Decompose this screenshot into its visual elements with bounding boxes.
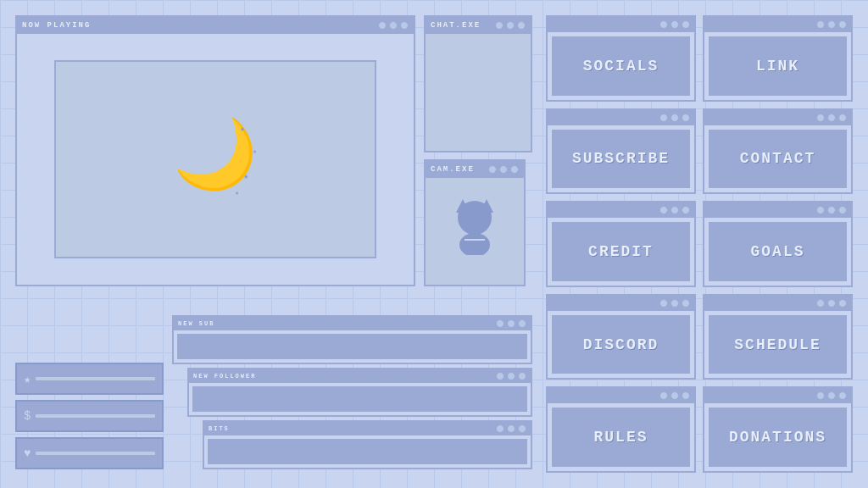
- cam-btn-3[interactable]: [510, 165, 519, 174]
- nav-btn-ctrl-3[interactable]: [682, 391, 690, 400]
- chat-btn-3[interactable]: [517, 21, 526, 30]
- cam-btn-2[interactable]: [499, 165, 508, 174]
- player-frame: 🌙 ★ ★ ★ ★: [54, 60, 377, 259]
- nav-button-subscribe-titlebar: [548, 110, 694, 125]
- notif-bits-title: BITS: [209, 425, 230, 432]
- nav-btn-ctrl-2[interactable]: [827, 391, 836, 400]
- notif-sub-content: [177, 334, 527, 359]
- svg-point-2: [458, 201, 492, 235]
- nav-button-rules[interactable]: RULES: [546, 386, 696, 473]
- notif-sub-title: NEW SUB: [178, 320, 214, 327]
- chat-body: [426, 34, 531, 151]
- nav-btn-ctrl-3[interactable]: [838, 391, 847, 400]
- nav-button-schedule[interactable]: SCHEDULE: [703, 294, 853, 380]
- nfol-btn-3[interactable]: [518, 372, 526, 380]
- nav-button-socials-titlebar: [548, 17, 694, 32]
- notif-bits-content: [208, 439, 527, 464]
- nav-btn-ctrl-2[interactable]: [670, 114, 679, 122]
- alert-bar-dollar: $: [15, 400, 164, 432]
- nav-btn-ctrl-1[interactable]: [659, 206, 668, 214]
- nav-button-socials[interactable]: SOCIALS: [546, 15, 696, 102]
- nav-button-discord-titlebar: [548, 296, 694, 311]
- notif-follower-titlebar: NEW FOLLOWER: [189, 369, 531, 383]
- nav-button-discord-content: DISCORD: [552, 315, 690, 374]
- nav-btn-ctrl-1[interactable]: [816, 20, 825, 29]
- nav-btn-ctrl-3[interactable]: [838, 299, 847, 308]
- nav-button-rules-label: RULES: [593, 429, 648, 446]
- nav-button-goals-titlebar: [704, 202, 851, 218]
- nfol-btn-1[interactable]: [496, 372, 504, 380]
- nav-button-donations[interactable]: DONATIONS: [703, 386, 853, 473]
- star-3: ★: [243, 171, 248, 181]
- nav-button-contact[interactable]: CONTACT: [703, 108, 853, 195]
- nav-button-subscribe[interactable]: SUBSCRIBE: [546, 108, 696, 195]
- stars: ★ ★ ★ ★: [156, 100, 275, 219]
- nav-button-credit[interactable]: CREDIT: [546, 201, 696, 287]
- notif-bits: BITS: [203, 420, 532, 469]
- nav-button-rules-content: RULES: [552, 408, 690, 467]
- top-section: NOW PLAYING 🌙 ★ ★ ★: [15, 15, 532, 286]
- notif-sub-controls: [496, 319, 526, 328]
- notif-new-sub: NEW SUB: [172, 315, 532, 364]
- nav-btn-ctrl-1[interactable]: [816, 206, 825, 214]
- nav-btn-ctrl-1[interactable]: [659, 391, 668, 400]
- nav-button-credit-titlebar: [548, 202, 694, 218]
- nav-btn-ctrl-1[interactable]: [659, 20, 668, 29]
- chat-btn-1[interactable]: [495, 21, 504, 30]
- nbits-btn-3[interactable]: [518, 424, 526, 433]
- nav-btn-ctrl-2[interactable]: [670, 391, 679, 400]
- now-playing-controls: [378, 21, 409, 30]
- chat-title: CHAT.EXE: [431, 21, 481, 30]
- nav-btn-ctrl-1[interactable]: [659, 114, 668, 122]
- nfol-btn-2[interactable]: [507, 372, 515, 380]
- notif-follower-title: NEW FOLLOWER: [193, 373, 256, 380]
- nav-btn-ctrl-2[interactable]: [670, 299, 679, 308]
- nav-btn-ctrl-3[interactable]: [838, 114, 847, 122]
- nav-button-discord[interactable]: DISCORD: [546, 294, 696, 380]
- nav-btn-ctrl-2[interactable]: [670, 206, 679, 214]
- notif-sub-titlebar: NEW SUB: [174, 317, 531, 330]
- nav-button-credit-content: CREDIT: [552, 222, 690, 281]
- notif-follower-content: [192, 386, 527, 412]
- nav-button-contact-label: CONTACT: [740, 150, 816, 167]
- nav-btn-ctrl-3[interactable]: [682, 206, 690, 214]
- nav-btn-ctrl-1[interactable]: [816, 299, 825, 308]
- now-playing-window: NOW PLAYING 🌙 ★ ★ ★: [15, 15, 415, 286]
- cam-controls: [488, 165, 519, 174]
- nav-btn-ctrl-3[interactable]: [838, 20, 847, 29]
- nav-btn-ctrl-2[interactable]: [827, 206, 836, 214]
- nav-btn-ctrl-3[interactable]: [682, 299, 690, 308]
- win-btn-2[interactable]: [389, 21, 398, 30]
- win-btn-3[interactable]: [400, 21, 409, 30]
- nav-btn-ctrl-2[interactable]: [827, 299, 836, 308]
- nav-btn-ctrl-1[interactable]: [816, 114, 825, 122]
- nav-button-contact-content: CONTACT: [709, 130, 847, 189]
- cam-titlebar: CAM.EXE: [426, 161, 524, 178]
- nav-button-link[interactable]: LINK: [703, 15, 853, 102]
- nav-btn-ctrl-1[interactable]: [659, 299, 668, 308]
- nav-button-schedule-content: SCHEDULE: [709, 315, 847, 374]
- now-playing-titlebar: NOW PLAYING: [17, 17, 414, 34]
- nsub-btn-2[interactable]: [507, 319, 515, 328]
- nav-button-goals-content: GOALS: [709, 222, 847, 281]
- star-1: ★: [240, 124, 245, 134]
- nav-btn-ctrl-1[interactable]: [816, 391, 825, 400]
- nav-btn-ctrl-3[interactable]: [682, 114, 690, 122]
- cam-btn-1[interactable]: [488, 165, 497, 174]
- nsub-btn-3[interactable]: [518, 319, 526, 328]
- nav-btn-ctrl-2[interactable]: [827, 20, 836, 29]
- nsub-btn-1[interactable]: [496, 319, 504, 328]
- nav-btn-ctrl-3[interactable]: [682, 20, 690, 29]
- chat-window: CHAT.EXE: [424, 15, 532, 152]
- nav-btn-ctrl-3[interactable]: [838, 206, 847, 214]
- win-btn-1[interactable]: [378, 21, 387, 30]
- nav-btn-ctrl-2[interactable]: [827, 114, 836, 122]
- chat-btn-2[interactable]: [506, 21, 515, 30]
- star-alert-icon: ★: [24, 372, 31, 386]
- nav-button-schedule-titlebar: [704, 296, 851, 311]
- nav-button-goals[interactable]: GOALS: [703, 201, 853, 287]
- nav-btn-ctrl-2[interactable]: [670, 20, 679, 29]
- nbits-btn-1[interactable]: [496, 424, 504, 433]
- cam-content: [426, 178, 524, 285]
- nbits-btn-2[interactable]: [507, 424, 515, 433]
